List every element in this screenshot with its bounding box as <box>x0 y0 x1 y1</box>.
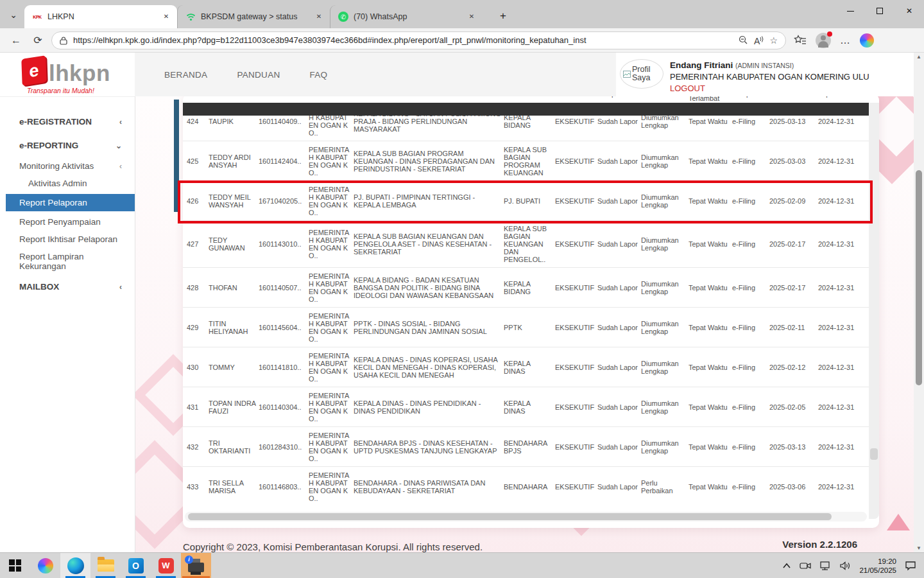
taskbar-edge[interactable] <box>60 553 90 578</box>
cell-jabatan: BENDAHARA - DINAS PARIWISATA DAN KEBUDAY… <box>354 479 501 495</box>
new-tab-button[interactable]: + <box>495 9 511 24</box>
tab-close-icon[interactable]: ✕ <box>466 11 477 22</box>
address-bar[interactable]: https://elhkpn.kpk.go.id/index.php?dpg=b… <box>51 31 786 49</box>
horizontal-scroll-thumb[interactable] <box>188 513 832 520</box>
logout-link[interactable]: LOGOUT <box>670 83 869 94</box>
cell-thn: 2024-12-31 <box>818 118 859 125</box>
chevron-left-icon: ‹ <box>119 118 122 127</box>
cell-status_lhkpn: Diumumkan Lengkap <box>641 153 686 169</box>
minimize-button[interactable] <box>835 0 865 22</box>
table-row-428[interactable]: 428THOFAN1601140507..PEMERINTAH KABUPATE… <box>183 268 869 308</box>
refresh-button[interactable]: ⟳ <box>30 32 46 49</box>
profile-photo[interactable]: Profil Saya <box>620 59 663 89</box>
chevron-left-icon: ‹ <box>119 283 122 292</box>
clock[interactable]: 19:20 21/05/2025 <box>859 557 896 575</box>
cell-no: 432 <box>187 443 206 451</box>
table-row-429[interactable]: 429TITIN HELIYANAH1601145604..PEMERINTAH… <box>183 308 869 347</box>
sidebar-item-e-registration[interactable]: e-REGISTRATION‹ <box>0 110 135 134</box>
tab-close-icon[interactable]: ✕ <box>160 11 172 22</box>
sidebar-item-monitoring-aktivitas[interactable]: Monitoring Aktivitas‹ <box>0 157 135 175</box>
nav-link-faq[interactable]: FAQ <box>309 70 327 80</box>
table-row-427[interactable]: 427TEDY GUNAWAN1601143010..PEMERINTAH KA… <box>183 221 869 268</box>
scroll-up-arrow[interactable]: ▲ <box>914 54 924 60</box>
sidebar-item-report-lampiran-kekurangan[interactable]: Report Lampiran Kekurangan <box>0 248 135 275</box>
lock-icon <box>60 36 67 45</box>
settings-menu-icon[interactable]: … <box>840 35 851 46</box>
tab-search-button[interactable]: ⌄ <box>5 8 22 23</box>
browser-tab-lhkpn[interactable]: KPKLHKPN✕ <box>24 5 177 28</box>
collections-icon[interactable] <box>794 35 807 46</box>
read-aloud-icon[interactable]: A <box>754 35 764 46</box>
table-row-424[interactable]: 424TAUPIK1601140409..PEMERINTAH KABUPATE… <box>183 116 869 141</box>
taskbar-wps-office[interactable]: W <box>151 553 181 578</box>
meet-now-icon[interactable] <box>800 561 811 570</box>
profile-photo-label: Profil Saya <box>632 66 660 82</box>
footer-version: Version 2.2.1206 <box>782 539 857 550</box>
broken-image-icon <box>623 71 631 78</box>
browser-tab-bkpsdm-gateway-status[interactable]: BKPSDM gateway > status✕ <box>177 5 330 28</box>
maximize-button[interactable] <box>865 0 894 22</box>
cell-jabatan: KEPALA SUB BAGIAN PROGRAM KEUANGAN - DIN… <box>354 150 501 173</box>
taskbar-outlook[interactable]: O <box>121 553 151 578</box>
taskbar-printer-queue[interactable]: i <box>181 553 211 578</box>
browser-tab-70-whatsapp[interactable]: ✆(70) WhatsApp✕ <box>330 5 483 28</box>
sidebar-item-aktivitas-admin[interactable]: Aktivitas Admin <box>0 175 135 192</box>
cell-ketepatan: Tepat Waktu <box>689 157 730 165</box>
elhkpn-logo[interactable]: e lhkpn Transparan itu Mudah! <box>22 57 110 94</box>
tab-close-icon[interactable]: ✕ <box>313 11 325 22</box>
cell-jenis: EKSEKUTIF <box>555 157 595 165</box>
back-button[interactable]: ← <box>8 32 24 49</box>
outlook-icon: O <box>128 558 144 574</box>
cell-thn: 2024-12-31 <box>818 324 859 331</box>
close-button[interactable]: ✕ <box>894 0 924 22</box>
edge-icon <box>67 557 84 574</box>
zoom-out-icon[interactable] <box>739 35 748 45</box>
table-row-425[interactable]: 425TEDDY ARDI ANSYAH1601142404..PEMERINT… <box>183 141 869 181</box>
tray-expand-icon[interactable] <box>782 563 791 569</box>
copilot-icon[interactable] <box>860 33 874 48</box>
vertical-scroll-thumb[interactable] <box>870 448 878 460</box>
tab-title: LHKPN <box>47 12 160 21</box>
favorite-star-icon[interactable]: ☆ <box>769 36 778 45</box>
table-scroll-indicator[interactable] <box>174 100 179 212</box>
user-organization: PEMERINTAH KABUPATEN OGAN KOMERING ULU <box>670 71 869 82</box>
scroll-down-arrow[interactable]: ▼ <box>914 545 924 551</box>
cell-ketepatan: Tepat Waktu <box>689 483 730 491</box>
sidebar-item-report-penyampaian[interactable]: Report Penyampaian <box>0 213 135 231</box>
cell-instansi: PEMERINTAH KABUPATEN OGAN KO.. <box>309 116 351 137</box>
taskbar-windows-start[interactable] <box>0 553 30 578</box>
table-row-430[interactable]: 430TOMMY1601141810..PEMERINTAH KABUPATEN… <box>183 347 869 387</box>
column-header-fragment: Instansi <box>309 96 333 98</box>
network-icon[interactable] <box>819 561 831 570</box>
taskbar-file-explorer[interactable] <box>90 553 121 578</box>
cell-no: 433 <box>187 483 206 491</box>
sidebar-item-label: MAILBOX <box>19 282 59 292</box>
nav-link-panduan[interactable]: PANDUAN <box>237 70 280 80</box>
cell-ketepatan: Tepat Waktu <box>689 443 730 451</box>
sidebar-item-mailbox[interactable]: MAILBOX‹ <box>0 275 135 299</box>
volume-icon[interactable] <box>839 561 851 570</box>
cell-instansi: PEMERINTAH KABUPATEN OGAN KO.. <box>309 146 351 177</box>
cell-instansi: PEMERINTAH KABUPATEN OGAN KO.. <box>309 471 351 502</box>
cell-thn: 2024-12-31 <box>818 197 859 205</box>
profile-avatar[interactable] <box>816 33 831 48</box>
taskbar-copilot[interactable] <box>30 553 60 578</box>
chevron-left-icon: ‹ <box>119 162 122 171</box>
printer-info-badge: i <box>185 556 193 564</box>
cell-jabatan: KEPALA SUB BAGIAN KEUANGAN DAN PENGELOLA… <box>354 232 501 256</box>
table-row-432[interactable]: 432TRI OKTARIANTI1601284310..PEMERINTAH … <box>183 427 869 467</box>
sidebar-item-report-pelaporan[interactable]: Report Pelaporan <box>6 194 135 211</box>
sidebar-item-e-reporting[interactable]: e-REPORTING⌄ <box>0 134 135 157</box>
page-scroll-thumb[interactable] <box>916 170 922 385</box>
table-row-431[interactable]: 431TOPAN INDRA FAUZI1601140304..PEMERINT… <box>183 387 869 427</box>
notification-center-icon[interactable] <box>905 561 916 571</box>
sidebar-item-label: Report Pelaporan <box>19 198 87 207</box>
cell-thn: 2024-12-31 <box>818 483 859 491</box>
table-row-426[interactable]: 426TEDDY MEIL WANSYAH1671040205..PEMERIN… <box>183 181 869 221</box>
nav-link-beranda[interactable]: BERANDA <box>164 70 207 80</box>
table-row-433[interactable]: 433TRI SELLA MARISA1601146803..PEMERINTA… <box>183 467 869 506</box>
cell-tgl: 2025-02-17 <box>769 284 816 292</box>
report-table: 424TAUPIK1601140409..PEMERINTAH KABUPATE… <box>183 116 869 506</box>
sidebar-item-report-ikhtisar-pelaporan[interactable]: Report Ikhtisar Pelaporan <box>0 231 135 248</box>
cell-jenis: EKSEKUTIF <box>555 363 595 371</box>
